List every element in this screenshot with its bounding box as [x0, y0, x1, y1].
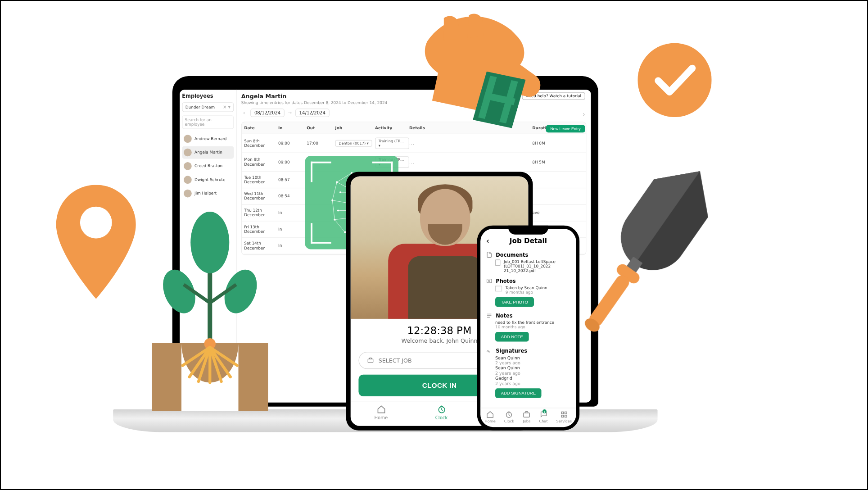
- company-select[interactable]: Dunder Dream × ▾: [182, 102, 234, 112]
- phone-tab-jobs[interactable]: Jobs: [523, 411, 531, 424]
- employee-name: Angela Martin: [194, 150, 222, 154]
- documents-header: Documents: [486, 252, 570, 258]
- employee-name: Dwight Schrute: [194, 177, 225, 182]
- notes-header: Notes: [486, 313, 570, 319]
- avatar: [184, 149, 192, 157]
- svg-point-9: [344, 231, 346, 233]
- col-header: In: [278, 126, 307, 130]
- date-from[interactable]: 08/12/2024: [250, 109, 285, 117]
- svg-point-3: [331, 200, 333, 201]
- home-icon: [376, 405, 385, 414]
- back-button[interactable]: ‹: [486, 236, 489, 245]
- sidebar-title: Employees: [182, 93, 234, 99]
- company-name: Dunder Dream: [185, 105, 215, 109]
- take-photo-button[interactable]: TAKE PHOTO: [495, 297, 534, 307]
- phone-title: Job Detail: [510, 237, 547, 245]
- select-job-label: SELECT JOB: [379, 357, 412, 363]
- svg-rect-31: [565, 415, 566, 417]
- employee-search[interactable]: Search for an employee: [182, 115, 234, 129]
- add-note-button[interactable]: ADD NOTE: [495, 332, 529, 342]
- home-icon: [486, 411, 494, 419]
- svg-point-15: [337, 209, 339, 211]
- employee-name: Jim Halpert: [194, 191, 217, 196]
- clock-icon: [505, 411, 513, 419]
- svg-point-22: [488, 280, 490, 281]
- employee-row[interactable]: Angela Martin: [182, 146, 234, 159]
- col-header: Date: [244, 126, 278, 130]
- svg-point-44: [190, 212, 229, 273]
- svg-point-13: [339, 191, 341, 193]
- col-header: Job: [335, 126, 375, 130]
- photo-ago: 9 months ago: [506, 290, 547, 295]
- employee-row[interactable]: Dwight Schrute: [182, 173, 234, 186]
- photo-row[interactable]: Taken by Sean Quinn 9 months ago: [486, 286, 570, 295]
- photo-thumb: [495, 286, 502, 292]
- prev-week[interactable]: ‹: [241, 110, 247, 115]
- avatar: [184, 135, 192, 143]
- svg-rect-21: [487, 279, 492, 283]
- svg-point-33: [637, 43, 711, 117]
- note-row[interactable]: need to fix the front entrance 10 months…: [486, 321, 570, 330]
- services-icon: [560, 411, 568, 419]
- signature-row[interactable]: Gadgrid2 years ago: [486, 376, 570, 386]
- phone-tab-clock[interactable]: Clock: [504, 411, 514, 424]
- plant-icon: [141, 212, 278, 417]
- employee-row[interactable]: Andrew Bernard: [182, 132, 234, 145]
- add-signature-button[interactable]: ADD SIGNATURE: [495, 388, 542, 398]
- avatar: [184, 190, 192, 198]
- pdf-icon: [495, 259, 500, 266]
- glove-hand-icon: [404, 14, 558, 139]
- phone-tab-services[interactable]: Services: [556, 411, 572, 424]
- employee-row[interactable]: Creed Bratton: [182, 160, 234, 172]
- photos-header: Photos: [486, 278, 570, 284]
- location-pin-icon: [56, 185, 136, 299]
- svg-point-1: [336, 181, 338, 183]
- chat-icon: [539, 411, 547, 419]
- note-ago: 10 months ago: [495, 325, 554, 330]
- avatar: [184, 176, 192, 184]
- phone-tab-home[interactable]: Home: [485, 411, 496, 424]
- table-row[interactable]: Mon 9th December09:00Training (TR... ▾..…: [242, 153, 586, 172]
- employee-row[interactable]: Jim Halpert: [182, 187, 234, 200]
- employee-name: Creed Bratton: [194, 164, 222, 168]
- signature-row[interactable]: Sean Quinn2 years ago: [486, 366, 570, 376]
- col-header: Out: [307, 126, 335, 130]
- svg-rect-28: [561, 412, 563, 413]
- trowel-icon: [559, 154, 730, 347]
- document-row[interactable]: Job_001 Belfast LoftSpace (LOFT001)_01_1…: [486, 259, 570, 273]
- tablet-tab-home[interactable]: Home: [374, 405, 388, 420]
- phone-tab-chat[interactable]: Chat: [539, 411, 547, 424]
- avatar: [184, 162, 192, 170]
- next-week[interactable]: ›: [583, 110, 585, 118]
- svg-point-32: [80, 207, 112, 239]
- signatures-header: Signatures: [486, 347, 570, 354]
- svg-point-6: [334, 219, 335, 221]
- photo-author: Taken by Sean Quinn: [506, 286, 547, 290]
- employee-name: Andrew Bernard: [194, 136, 226, 141]
- svg-rect-30: [561, 415, 563, 417]
- svg-rect-27: [524, 413, 529, 417]
- date-to[interactable]: 14/12/2024: [295, 109, 330, 117]
- jobs-icon: [523, 411, 531, 419]
- checkmark-badge-icon: [637, 43, 711, 117]
- signature-row[interactable]: Sean Quinn2 years ago: [486, 355, 570, 366]
- clock-icon: [437, 405, 446, 414]
- svg-rect-29: [565, 412, 566, 413]
- svg-rect-18: [368, 359, 373, 363]
- note-text: need to fix the front entrance: [495, 321, 554, 325]
- tablet-tab-clock[interactable]: Clock: [435, 405, 448, 420]
